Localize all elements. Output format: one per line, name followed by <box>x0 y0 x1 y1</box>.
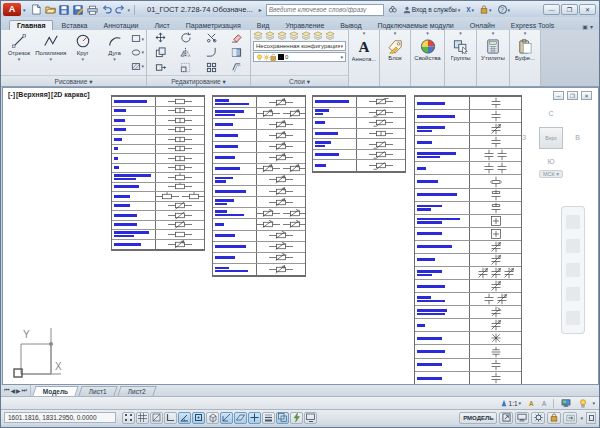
panel-label[interactable]: Рисование ▾ <box>1 75 146 86</box>
viewport-maximize-button[interactable] <box>499 412 513 424</box>
orbit-icon[interactable] <box>566 287 580 301</box>
panel-flyout-caret-icon[interactable]: ▾ <box>510 30 540 37</box>
tool-scale[interactable] <box>175 62 198 73</box>
panel-flyout-caret-icon[interactable]: ▾ <box>411 30 444 37</box>
small-tool-hatch[interactable]: ▾ <box>131 62 145 71</box>
toggle-lwt-button[interactable] <box>262 412 275 424</box>
ribbon-tab-управление[interactable]: Управление <box>277 20 332 30</box>
toggle-grid-button[interactable] <box>136 412 149 424</box>
small-tool-rect[interactable]: ▾ <box>131 34 145 43</box>
toggle-qp-button[interactable] <box>290 412 303 424</box>
infocenter-search-input[interactable] <box>267 6 383 13</box>
viewcube-wcs-menu[interactable]: МСК ▾ <box>539 170 563 178</box>
close-button[interactable]: ✕ <box>579 4 596 15</box>
toggle-infer-button[interactable] <box>150 412 163 424</box>
ribbon-tab-express-tools[interactable]: Express Tools <box>503 20 562 30</box>
drawing-area[interactable]: [-] [Верхняя] [2D каркас] ─ ❐ ✕ С З В Ю … <box>2 87 599 385</box>
layer-state-combo[interactable]: Несохраненная конфигурация сло▾ <box>253 41 346 51</box>
tool-array[interactable] <box>200 62 223 73</box>
undo-button[interactable] <box>100 3 113 16</box>
layout-tab-модель[interactable]: Модель <box>32 386 78 396</box>
panel-flyout-caret-icon[interactable]: ▾ <box>445 30 476 37</box>
layout-nav-next-button[interactable]: ▶ <box>16 387 21 394</box>
tool-trim[interactable] <box>200 32 223 43</box>
layout-tab-лист2[interactable]: Лист2 <box>117 386 156 396</box>
zoom-icon[interactable] <box>566 263 580 277</box>
annotation-visibility-button[interactable]: А <box>526 398 537 409</box>
toggle-tpy-button[interactable] <box>276 412 289 424</box>
security-lock-button[interactable]: ▾ <box>478 3 494 16</box>
toolbar-lock-button[interactable] <box>547 412 561 424</box>
tool-erase[interactable] <box>226 32 249 43</box>
tool-rotate[interactable] <box>175 32 198 43</box>
tool-layer-prev[interactable] <box>313 31 323 40</box>
ribbon-tab-аннотации[interactable]: Аннотации <box>96 20 147 30</box>
viewcube-north-label[interactable]: С <box>548 110 553 117</box>
tool-line[interactable]: Отрезок▾ <box>3 31 35 74</box>
toggle-dyn-button[interactable] <box>248 412 261 424</box>
layout-tab-лист1[interactable]: Лист1 <box>79 386 118 396</box>
signin-button[interactable]: Вход в службы▾ <box>401 3 462 16</box>
tray-settings-button[interactable] <box>563 412 577 424</box>
qat-overflow-caret-icon[interactable]: ▾ <box>128 7 131 13</box>
tool-fillet[interactable] <box>200 47 223 58</box>
toggle-osnap-3d-button[interactable] <box>206 412 219 424</box>
viewcube-south-label[interactable]: Ю <box>547 158 554 165</box>
help-button[interactable]: ? ▾ <box>496 3 513 16</box>
tool-mirror[interactable] <box>175 47 198 58</box>
saveas-button[interactable] <box>72 3 85 16</box>
statusbar-overflow-caret-icon[interactable]: ▾ <box>579 415 584 421</box>
panel-flyout-caret-icon[interactable]: ▾ <box>477 30 509 37</box>
ribbon-tab-лист[interactable]: Лист <box>147 20 178 30</box>
exchange-apps-button[interactable]: X▾ <box>464 3 476 16</box>
tray-monitor-button[interactable] <box>515 412 529 424</box>
panel-flyout-caret-icon[interactable]: ▾ <box>349 30 379 37</box>
ribbon-tab-вставка[interactable]: Вставка <box>53 20 95 30</box>
infocenter-search-button[interactable] <box>386 3 399 16</box>
open-button[interactable] <box>44 3 57 16</box>
redo-button[interactable] <box>114 3 127 16</box>
tool-polyline[interactable]: Полилиния▾ <box>35 31 67 74</box>
pan-icon[interactable] <box>566 239 580 253</box>
maximize-button[interactable]: ❐ <box>561 4 578 15</box>
ribbon-tab-подключаемые-модули[interactable]: Подключаемые модули <box>370 20 462 30</box>
tool-layer-lock[interactable] <box>289 31 299 40</box>
small-tool-ellipse[interactable]: ▾ <box>131 48 145 57</box>
infocenter-toggle-icon[interactable]: ▸ <box>259 6 262 13</box>
tool-copy[interactable] <box>149 47 172 58</box>
viewcube-east-label[interactable]: В <box>575 134 580 141</box>
panel-button-блок[interactable]: Блок <box>380 37 410 86</box>
navigation-bar[interactable] <box>561 206 585 334</box>
panel-button-буфе[interactable]: Буфе... <box>510 37 540 86</box>
toggle-snap-button[interactable] <box>122 412 135 424</box>
layout-nav-last-button[interactable]: ⏭ <box>22 387 27 394</box>
showmotion-icon[interactable] <box>566 311 580 325</box>
layout-nav-prev-button[interactable]: ◀ <box>10 387 15 394</box>
tool-circle[interactable]: Круг▾ <box>67 31 99 74</box>
coordinates-display[interactable]: 1601.1816, 1831.2950, 0.0000 <box>4 412 116 423</box>
app-menu-caret-icon[interactable]: ▾ <box>23 7 26 13</box>
toggle-ortho-button[interactable] <box>164 412 177 424</box>
annotation-autoscale-button[interactable]: А <box>539 398 550 409</box>
viewport-menu-button[interactable]: [-] <box>8 91 15 98</box>
ribbon-tab-вывод[interactable]: Вывод <box>332 20 369 30</box>
dsb-overflow-caret-icon[interactable]: ▾ <box>592 400 595 406</box>
tool-layer-freeze[interactable] <box>277 31 287 40</box>
steering-wheel-icon[interactable] <box>566 215 580 229</box>
doc-restore-button[interactable]: ❐ <box>567 91 578 100</box>
tool-layer-props[interactable] <box>253 31 263 40</box>
viewcube[interactable]: С З В Ю Верх МСК ▾ <box>522 110 580 184</box>
tool-stretch[interactable] <box>149 62 172 73</box>
workspace-switch-button[interactable] <box>531 412 545 424</box>
layer-combo[interactable]: 0▾ <box>253 52 346 62</box>
save-button[interactable] <box>58 3 71 16</box>
panel-button-свойства[interactable]: Свойства <box>411 37 444 86</box>
ribbon-tab-главная[interactable]: Главная <box>9 20 53 30</box>
minimize-button[interactable]: — <box>543 4 560 15</box>
viewcube-top-face[interactable]: Верх <box>539 127 563 149</box>
model-space-button[interactable]: РМОДЕЛЬ <box>459 412 497 424</box>
doc-minimize-button[interactable]: ─ <box>553 91 564 100</box>
panel-label[interactable]: Слои ▾ <box>251 75 348 86</box>
drawing-status-lightbulb-button[interactable] <box>576 398 590 409</box>
plot-button[interactable] <box>86 3 99 16</box>
